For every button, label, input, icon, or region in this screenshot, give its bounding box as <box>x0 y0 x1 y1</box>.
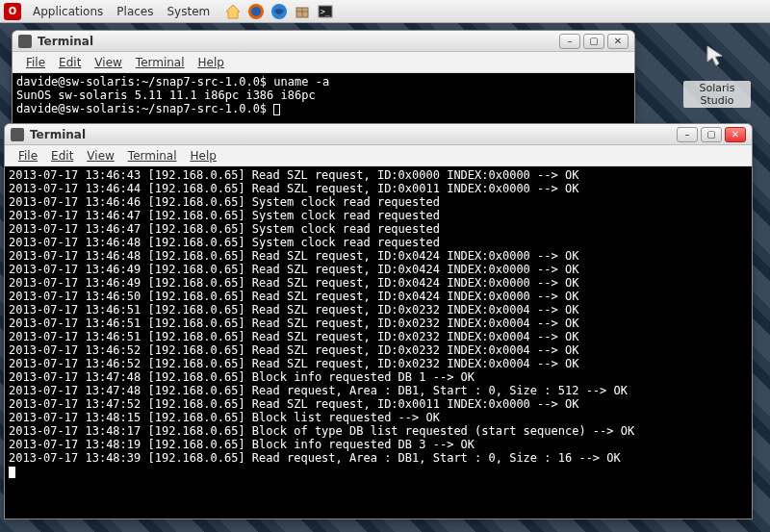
panel-menu-applications[interactable]: Applications <box>27 3 109 20</box>
panel-menu-system[interactable]: System <box>161 3 216 20</box>
oracle-logo-icon: O <box>4 3 21 20</box>
window-controls: – ▢ ✕ <box>677 127 746 142</box>
menu-file[interactable]: File <box>13 147 43 165</box>
thunderbird-icon[interactable] <box>270 2 289 21</box>
minimize-button[interactable]: – <box>677 127 698 142</box>
menu-edit[interactable]: Edit <box>45 147 79 165</box>
maximize-button[interactable]: ▢ <box>583 34 604 49</box>
titlebar[interactable]: Terminal – ▢ ✕ <box>13 31 634 52</box>
menu-edit[interactable]: Edit <box>53 54 87 71</box>
desktop-icon-solaris-studio[interactable]: Solaris Studio <box>683 38 751 108</box>
window-title: Terminal <box>30 128 677 141</box>
terminal-icon <box>11 128 24 141</box>
terminal-window-foreground[interactable]: Terminal – ▢ ✕ File Edit View Terminal H… <box>4 123 753 519</box>
titlebar[interactable]: Terminal – ▢ ✕ <box>5 124 752 145</box>
package-manager-icon[interactable] <box>293 2 312 21</box>
terminal-launcher-icon[interactable]: >_ <box>316 2 335 21</box>
desktop-icon-label: Solaris Studio <box>683 81 751 108</box>
menu-terminal[interactable]: Terminal <box>130 54 191 71</box>
terminal-output[interactable]: 2013-07-17 13:46:43 [192.168.0.65] Read … <box>5 166 752 519</box>
close-button[interactable]: ✕ <box>725 127 746 142</box>
home-icon[interactable] <box>223 2 243 21</box>
terminal-window-background[interactable]: Terminal – ▢ ✕ File Edit View Terminal H… <box>12 30 635 136</box>
panel-menu-places[interactable]: Places <box>111 3 159 20</box>
window-controls: – ▢ ✕ <box>559 34 629 49</box>
maximize-button[interactable]: ▢ <box>701 127 722 142</box>
panel-quicklaunch: >_ <box>223 2 335 21</box>
cursor-app-icon <box>698 38 736 77</box>
menu-help[interactable]: Help <box>185 147 222 165</box>
svg-point-1 <box>251 7 261 16</box>
menu-help[interactable]: Help <box>192 54 230 71</box>
menu-file[interactable]: File <box>20 54 51 71</box>
menu-view[interactable]: View <box>89 54 127 71</box>
svg-text:>_: >_ <box>321 8 330 16</box>
menubar: File Edit View Terminal Help <box>13 52 634 73</box>
menu-terminal[interactable]: Terminal <box>122 147 183 165</box>
menu-view[interactable]: View <box>81 147 119 165</box>
minimize-button[interactable]: – <box>559 34 580 49</box>
terminal-icon <box>18 35 32 48</box>
firefox-icon[interactable] <box>246 2 266 21</box>
menubar: File Edit View Terminal Help <box>5 145 752 166</box>
close-button[interactable]: ✕ <box>607 34 629 49</box>
top-panel: O Applications Places System >_ <box>0 0 770 23</box>
window-title: Terminal <box>38 35 559 48</box>
